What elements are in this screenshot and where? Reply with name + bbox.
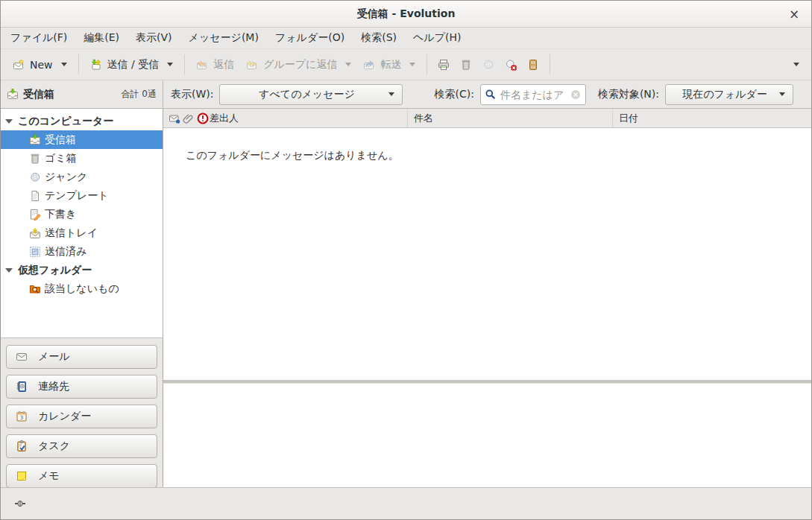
current-folder-name: 受信箱	[23, 88, 54, 101]
column-from[interactable]: 差出人	[210, 109, 239, 127]
network-plug-icon	[14, 498, 26, 510]
sent-icon	[29, 246, 41, 258]
chevron-down-icon	[345, 63, 351, 66]
inbox-icon	[29, 134, 41, 146]
send-receive-button[interactable]: 送信 / 受信	[84, 54, 180, 76]
search-icon	[485, 89, 497, 101]
message-filter-dropdown[interactable]: すべてのメッセージ	[219, 84, 403, 105]
calendar-icon: 3	[16, 410, 28, 422]
menu-edit[interactable]: 編集(E)	[75, 28, 128, 48]
menubar: ファイル(F) 編集(E) 表示(V) メッセージ(M) フォルダー(O) 検索…	[1, 28, 811, 49]
menu-help[interactable]: ヘルプ(H)	[405, 28, 469, 48]
switcher-button-contacts[interactable]: 連絡先	[6, 375, 157, 399]
menu-view[interactable]: 表示(V)	[128, 28, 180, 48]
search-input[interactable]	[500, 89, 566, 101]
switcher-button-mail[interactable]: メール	[6, 345, 157, 369]
empty-folder-message: このフォルダーにメッセージはありません。	[186, 149, 399, 162]
mail-icon	[16, 351, 28, 363]
junk-icon	[29, 171, 41, 183]
menu-message[interactable]: メッセージ(M)	[180, 28, 267, 48]
sidebar: このコンピューター受信箱ゴミ箱ジャンクテンプレート下書き送信トレイ送信済み仮想フ…	[1, 109, 163, 487]
switcher-button-memo[interactable]: メモ	[6, 464, 157, 488]
contacts-icon	[16, 381, 28, 393]
filter-controls: 表示(W): すべてのメッセージ 検索(C): 検索対象(N): 現在のフォルダ…	[163, 80, 811, 108]
titlebar: 受信箱 - Evolution ×	[1, 1, 811, 28]
not-junk-button[interactable]	[500, 54, 522, 75]
reply-button[interactable]: 返信	[190, 54, 240, 76]
new-mail-icon	[13, 59, 25, 71]
chevron-down-icon	[793, 63, 799, 66]
junk-icon	[482, 59, 494, 71]
toolbar-overflow-button[interactable]	[784, 58, 805, 71]
toolbar-separator	[427, 54, 427, 74]
folder-item[interactable]: 送信済み	[1, 242, 163, 261]
search-folder-icon	[29, 283, 41, 295]
message-count: 合計 0通	[122, 88, 157, 101]
folder-item[interactable]: 該当しないもの	[1, 279, 163, 298]
clear-search-icon[interactable]	[570, 89, 582, 101]
menu-folder[interactable]: フォルダー(O)	[267, 28, 353, 48]
evolution-window: 受信箱 - Evolution × ファイル(F) 編集(E) 表示(V) メッ…	[0, 0, 812, 520]
chevron-down-icon	[779, 92, 785, 96]
folder-item[interactable]: ゴミ箱	[1, 149, 163, 168]
folder-group-1[interactable]: 仮想フォルダー	[1, 261, 163, 279]
search-scope-dropdown[interactable]: 現在のフォルダー	[665, 84, 793, 105]
switcher-button-calendar[interactable]: 3カレンダー	[6, 405, 157, 428]
folder-info-panel: 受信箱 合計 0通	[1, 80, 163, 108]
expander-icon[interactable]	[5, 268, 13, 273]
preview-pane	[163, 383, 811, 487]
search-label: 検索(C):	[434, 88, 473, 101]
message-list-header[interactable]: 差出人 件名 日付	[163, 109, 811, 128]
trash-icon	[29, 153, 41, 165]
printer-icon	[438, 59, 450, 71]
message-list[interactable]: このフォルダーにメッセージはありません。	[163, 128, 811, 380]
search-scope-label: 検索対象(N):	[598, 88, 659, 101]
statusbar	[1, 487, 811, 519]
forward-button[interactable]: 転送	[357, 54, 421, 76]
component-switcher: メール連絡先3カレンダータスクメモ	[1, 338, 163, 495]
not-junk-icon	[505, 59, 517, 71]
reply-all-icon	[246, 59, 258, 71]
archive-icon	[527, 59, 539, 71]
chevron-down-icon	[388, 92, 394, 96]
expander-icon[interactable]	[5, 119, 13, 124]
content-area: このコンピューター受信箱ゴミ箱ジャンクテンプレート下書き送信トレイ送信済み仮想フ…	[1, 109, 811, 487]
tasks-icon	[16, 440, 28, 452]
chevron-down-icon	[167, 63, 173, 66]
folder-item[interactable]: 受信箱	[1, 130, 163, 149]
online-status-button[interactable]	[11, 495, 29, 513]
new-message-button[interactable]: New	[7, 54, 73, 75]
folder-item[interactable]: 送信トレイ	[1, 223, 163, 242]
switcher-button-tasks[interactable]: タスク	[6, 434, 157, 458]
svg-text:3: 3	[20, 415, 23, 421]
message-status-column-icon[interactable]	[169, 112, 180, 124]
delete-button[interactable]	[455, 54, 477, 75]
chevron-down-icon	[61, 63, 67, 66]
toolbar-separator	[78, 54, 79, 74]
folder-item[interactable]: ジャンク	[1, 168, 163, 186]
outbox-icon	[29, 227, 41, 239]
draft-icon	[29, 209, 41, 221]
folder-group-0[interactable]: このコンピューター	[1, 112, 163, 130]
template-icon	[29, 190, 41, 202]
folder-tree: このコンピューター受信箱ゴミ箱ジャンクテンプレート下書き送信トレイ送信済み仮想フ…	[1, 109, 163, 338]
show-label: 表示(W):	[171, 88, 213, 101]
chevron-down-icon	[409, 63, 415, 66]
close-icon[interactable]: ×	[784, 4, 804, 24]
important-column-icon[interactable]	[197, 112, 209, 124]
menu-file[interactable]: ファイル(F)	[2, 28, 75, 48]
trash-icon	[460, 59, 472, 71]
junk-button[interactable]	[477, 54, 500, 75]
toolbar-separator	[184, 54, 185, 74]
menu-search[interactable]: 検索(S)	[353, 28, 405, 48]
reply-group-button[interactable]: グループに返信	[240, 54, 357, 76]
print-button[interactable]	[432, 54, 455, 75]
window-title: 受信箱 - Evolution	[357, 7, 456, 21]
inbox-icon	[7, 89, 19, 101]
column-subject[interactable]: 件名	[407, 109, 433, 127]
folder-item[interactable]: 下書き	[1, 205, 163, 223]
folder-item[interactable]: テンプレート	[1, 186, 163, 205]
column-date[interactable]: 日付	[612, 109, 638, 127]
attachment-column-icon[interactable]	[183, 112, 195, 124]
archive-button[interactable]	[522, 54, 544, 75]
